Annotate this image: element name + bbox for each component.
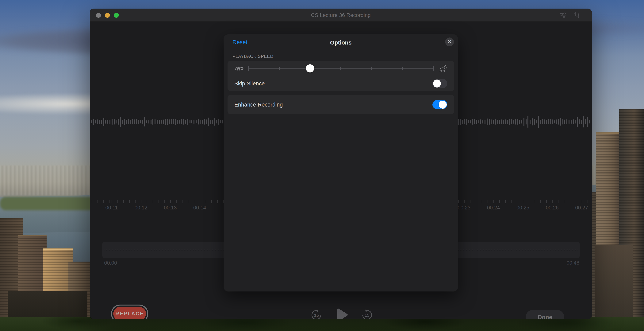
waveform-bar	[462, 120, 463, 124]
waveform-bar	[542, 119, 543, 124]
slider-tick	[279, 67, 280, 70]
waveform-bar	[214, 118, 215, 126]
waveform-bar	[163, 119, 164, 124]
slider-tick	[248, 66, 249, 71]
waveform-bar	[585, 119, 586, 124]
waveform-bar	[185, 120, 186, 124]
waveform-bar	[216, 120, 217, 123]
waveform-bar	[468, 120, 469, 123]
waveform-bar	[536, 120, 537, 123]
titlebar: CS Lecture 36 Recording	[90, 9, 592, 22]
waveform-bar	[144, 117, 145, 127]
waveform-bar	[148, 120, 150, 124]
waveform-bar	[550, 119, 551, 124]
waveform-bar	[175, 119, 176, 125]
waveform-bar	[128, 119, 129, 124]
svg-text:15: 15	[365, 313, 370, 317]
waveform-bar	[562, 119, 564, 125]
waveform-bar	[524, 118, 524, 126]
slider-thumb[interactable]	[306, 64, 314, 73]
waveform-bar	[519, 120, 520, 124]
play-icon[interactable]	[334, 307, 350, 319]
playback-speed-slider[interactable]	[248, 61, 433, 76]
waveform-bar	[560, 118, 561, 126]
enhance-recording-toggle[interactable]	[432, 100, 447, 109]
waveform-bar	[218, 119, 219, 125]
waveform-bar	[212, 120, 213, 124]
waveform-bar	[173, 119, 174, 124]
waveform-bar	[105, 120, 106, 124]
waveform-bar	[188, 119, 188, 125]
waveform-bar	[573, 119, 574, 124]
waveform-bar	[474, 119, 475, 124]
waveform-bar	[157, 120, 158, 124]
waveform-bar	[579, 119, 580, 124]
skip-silence-toggle[interactable]	[432, 79, 447, 88]
enhance-recording-label: Enhance Recording	[234, 101, 283, 108]
waveform-bar	[564, 119, 565, 124]
sheet-title: Options	[224, 39, 458, 46]
waveform-bar	[571, 120, 572, 124]
waveform-bar	[220, 120, 221, 123]
waveform-bar	[511, 119, 512, 124]
waveform-bar	[93, 119, 94, 125]
waveform-bar	[95, 120, 96, 123]
waveform-bar	[146, 120, 147, 123]
waveform-bar	[120, 117, 121, 127]
waveform-bar	[118, 119, 118, 125]
waveform-bar	[556, 119, 557, 124]
waveform-bar	[472, 119, 473, 125]
waveform-bar	[171, 119, 172, 124]
done-button[interactable]: Done	[526, 310, 564, 319]
waveform-bar	[108, 120, 108, 124]
timeline-label: 00:27	[575, 205, 588, 211]
close-icon[interactable]: ✕	[445, 38, 454, 46]
waveform-bar	[554, 120, 555, 123]
waveform-bar	[150, 120, 152, 124]
waveform-bar	[208, 118, 209, 126]
timeline-label: 00:24	[487, 205, 500, 211]
timeline-label: 00:14	[193, 205, 206, 211]
waveform-bar	[587, 117, 588, 127]
waveform-bar	[460, 119, 461, 125]
waveform-bar	[489, 119, 490, 125]
waveform-bar	[513, 120, 514, 124]
waveform-bar	[466, 119, 467, 125]
skip-silence-label: Skip Silence	[234, 80, 265, 87]
waveform-bar	[548, 119, 549, 124]
waveform-bar	[104, 118, 104, 126]
waveform-bar	[210, 120, 211, 124]
skip-back-15-button[interactable]: 15	[310, 309, 322, 319]
enhance-recording-row: Enhance Recording	[228, 95, 454, 114]
waveform-bar	[97, 119, 98, 124]
skip-forward-15-button[interactable]: 15	[361, 309, 373, 319]
waveform-bar	[196, 120, 196, 123]
park-trees	[0, 317, 644, 331]
waveform-bar	[167, 119, 168, 125]
rabbit-icon	[438, 64, 449, 73]
waveform-bar	[91, 120, 92, 123]
enhance-recording-card: Enhance Recording	[228, 95, 454, 114]
waveform-bar	[152, 119, 154, 125]
window-title: CS Lecture 36 Recording	[90, 12, 592, 18]
waveform-bar	[159, 120, 160, 124]
waveform-bar	[499, 120, 500, 124]
waveform-bar	[540, 120, 541, 124]
waveform-bar	[589, 120, 590, 123]
waveform-bar	[493, 120, 494, 124]
replace-record-button[interactable]: REPLACE	[113, 307, 146, 319]
waveform-bar	[482, 120, 484, 124]
waveform-bar	[574, 120, 576, 124]
adjust-sliders-icon[interactable]	[560, 12, 567, 19]
waveform-bar	[509, 119, 510, 125]
waveform-bar	[518, 119, 518, 125]
crop-icon[interactable]	[573, 12, 581, 19]
skip-silence-row: Skip Silence	[228, 76, 454, 91]
voice-memos-window: CS Lecture 36 Recording	[90, 9, 592, 319]
waveform-bar	[136, 119, 137, 124]
waveform-bar	[99, 120, 100, 124]
waveform-bar	[134, 119, 135, 124]
waveform-bar	[181, 119, 182, 124]
waveform-bar	[202, 120, 203, 124]
waveform-bar	[577, 117, 578, 127]
